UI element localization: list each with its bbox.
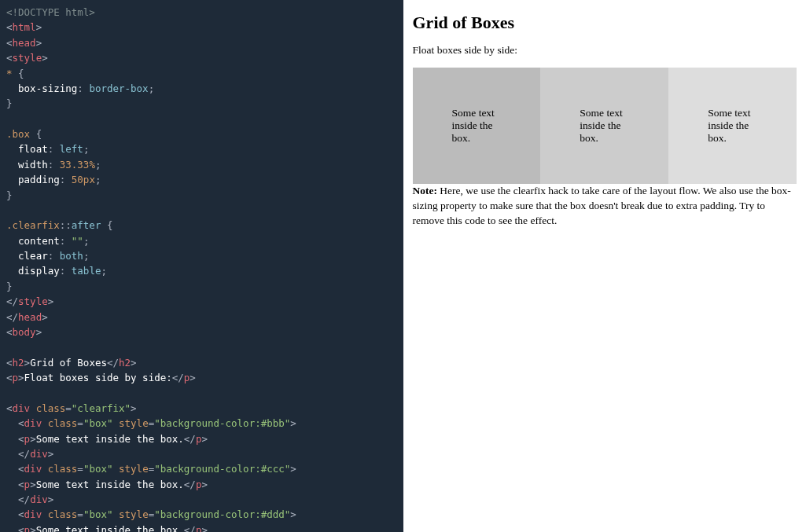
box-2: Some text inside the box. [540, 68, 668, 184]
box-3-text: Some text inside the box. [708, 107, 750, 144]
tag-body-open: body [13, 326, 36, 338]
css-selector-star: * [6, 68, 13, 79]
box-2-text: Some text inside the box. [580, 107, 622, 144]
preview-note: Note: Here, we use the clearfix hack to … [413, 184, 797, 229]
css-selector-box: .box [6, 128, 30, 140]
note-label: Note: [413, 185, 437, 196]
doctype: <!DOCTYPE html> [6, 6, 95, 18]
grid-container: Some text inside the box. Some text insi… [413, 68, 797, 184]
code-editor[interactable]: <!DOCTYPE html> <html> <head> <style> * … [0, 0, 403, 532]
css-selector-clearfix: .clearfix [6, 219, 60, 231]
note-body: Here, we use the clearfix hack to take c… [413, 185, 791, 226]
preview-pane: Grid of Boxes Float boxes side by side: … [403, 0, 807, 532]
tag-head-open: head [13, 37, 36, 49]
box-3: Some text inside the box. [668, 68, 797, 184]
box-1: Some text inside the box. [413, 68, 541, 184]
tag-html-open: html [13, 21, 36, 33]
box-1-text: Some text inside the box. [452, 107, 495, 144]
preview-intro: Float boxes side by side: [413, 44, 797, 57]
code-h2-text: Grid of Boxes [30, 357, 107, 369]
tag-style-close: style [18, 295, 48, 307]
code-intro-text: Float boxes side by side: [24, 372, 172, 383]
tag-head-close: head [18, 311, 42, 323]
tag-style-open: style [13, 52, 42, 64]
preview-heading: Grid of Boxes [413, 13, 797, 33]
